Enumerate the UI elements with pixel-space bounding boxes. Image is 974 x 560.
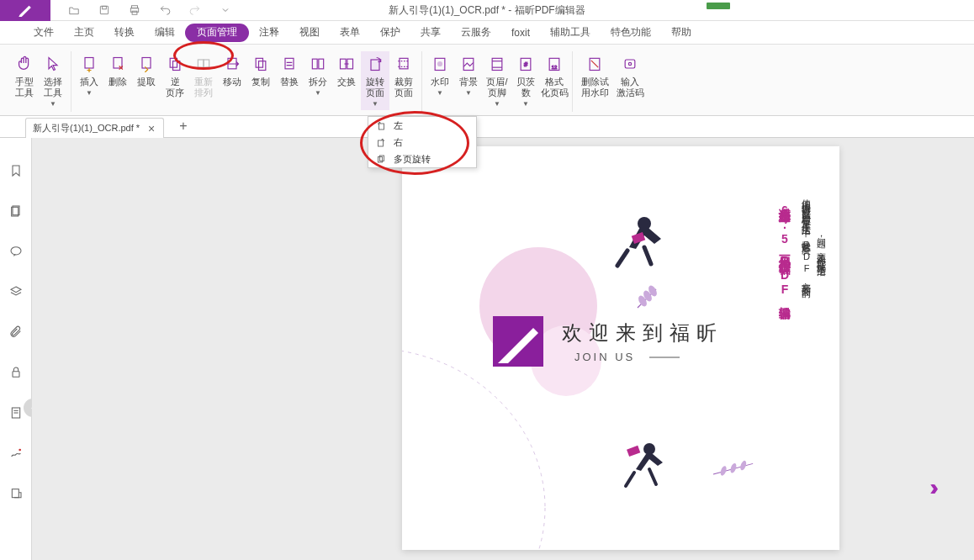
tool-watermark[interactable]: 水印▼ (426, 51, 454, 110)
layers-icon[interactable] (8, 284, 24, 299)
tool-background[interactable]: 背景▼ (454, 51, 483, 110)
svg-rect-16 (312, 59, 317, 69)
tool-remove-trial-wm[interactable]: 删除试用水印 (576, 51, 613, 110)
document-tab[interactable]: 新人引导(1)(1)_OCR.pdf * × (25, 118, 164, 138)
menu-help[interactable]: 帮助 (661, 21, 701, 45)
attachment-icon[interactable] (8, 325, 24, 340)
tool-dup[interactable]: 复制 (246, 51, 275, 110)
menu-page-management[interactable]: 页面管理 (185, 24, 249, 42)
svg-rect-38 (13, 372, 19, 378)
rotate-left-item[interactable]: 左 (368, 117, 476, 134)
menu-view[interactable]: 视图 (289, 21, 330, 45)
doc-desc-text-1: 使用编辑器可以帮助您在日常工作生活中，快速解决PDF文档方面的 (800, 192, 813, 283)
tool-insert[interactable]: 插入▼ (75, 51, 103, 110)
tool-format-pagenum[interactable]: 12格式化页码 (540, 51, 569, 110)
tool-rotate[interactable]: 旋转页面▼ (361, 51, 389, 110)
workspace: ‹ (0, 138, 974, 560)
svg-rect-8 (170, 58, 177, 67)
menu-cloud[interactable]: 云服务 (451, 21, 501, 45)
more-icon[interactable] (219, 3, 232, 17)
background-icon (459, 55, 478, 73)
app-logo[interactable] (0, 0, 50, 21)
svg-rect-62 (380, 156, 384, 161)
svg-rect-60 (378, 140, 384, 146)
menu-form[interactable]: 表单 (330, 21, 370, 45)
page-insert-icon (80, 55, 98, 73)
svg-rect-61 (378, 157, 383, 163)
menu-edit[interactable]: 编辑 (145, 21, 185, 45)
tool-bates[interactable]: #贝茨数▼ (511, 51, 540, 110)
open-icon[interactable] (67, 3, 81, 17)
comment-icon[interactable] (8, 244, 24, 259)
tool-reorder[interactable]: 重新排列 (189, 51, 218, 110)
document-canvas[interactable]: 欢迎来到福昕 JOIN US (32, 138, 974, 560)
signature-icon[interactable] (8, 446, 24, 461)
tool-activation-code[interactable]: 输入激活码 (613, 51, 647, 110)
chevron-down-icon: ▼ (465, 89, 472, 97)
undo-icon[interactable] (158, 3, 172, 17)
tool-replace[interactable]: 替换 (275, 51, 304, 110)
pdf-page: 欢迎来到福昕 JOIN US (402, 146, 839, 550)
menu-protect[interactable]: 保护 (370, 21, 410, 45)
chevron-down-icon: ▼ (50, 100, 56, 108)
tool-crop[interactable]: 裁剪页面 (389, 51, 418, 110)
tab-label: 新人引导(1)(1)_OCR.pdf * (33, 122, 140, 135)
menu-comment[interactable]: 注释 (249, 21, 289, 45)
pages-icon[interactable] (8, 203, 24, 219)
menu-convert[interactable]: 转换 (104, 21, 145, 45)
share-panel-icon[interactable] (8, 486, 24, 501)
svg-rect-33 (625, 60, 635, 68)
window-title: 新人引导(1)(1)_OCR.pdf * - 福昕PDF编辑器 (389, 3, 585, 18)
tool-reverse[interactable]: 逆页序 (161, 51, 189, 110)
reorder-icon (194, 55, 213, 73)
svg-point-44 (402, 348, 545, 550)
menu-share[interactable]: 共享 (410, 21, 451, 45)
menu-home[interactable]: 主页 (64, 21, 104, 45)
next-page-icon[interactable]: ›› (929, 474, 932, 501)
save-icon[interactable] (98, 3, 111, 17)
page-delete-icon (109, 55, 127, 73)
tool-delete[interactable]: 删除 (103, 51, 132, 110)
new-tab-button[interactable]: + (179, 119, 187, 134)
svg-rect-9 (173, 61, 180, 71)
svg-rect-17 (319, 59, 324, 69)
swap-icon (337, 55, 356, 73)
close-icon[interactable]: × (146, 124, 156, 134)
rotate-icon (366, 55, 384, 73)
rotate-dropdown: 左 右 多页旋转 (368, 116, 477, 168)
menu-foxit[interactable]: foxit (501, 21, 540, 45)
svg-rect-7 (142, 58, 151, 69)
svg-rect-6 (114, 58, 122, 69)
menu-special[interactable]: 特色功能 (601, 21, 661, 45)
tool-swap[interactable]: 交换 (332, 51, 361, 110)
tool-move[interactable]: 移动 (218, 51, 246, 110)
cursor-icon (44, 55, 62, 73)
replace-icon (280, 55, 299, 73)
side-panel (0, 138, 32, 560)
print-icon[interactable] (128, 3, 141, 17)
tool-split[interactable]: 拆分▼ (304, 51, 332, 110)
rotate-right-item[interactable]: 右 (368, 134, 476, 151)
svg-point-34 (628, 62, 631, 65)
tool-extract[interactable]: 提取 (132, 51, 161, 110)
svg-text:12: 12 (552, 65, 557, 70)
svg-rect-15 (285, 58, 294, 69)
tool-hand[interactable]: 手型工具 (10, 51, 39, 110)
svg-rect-47 (493, 316, 543, 367)
svg-rect-10 (198, 60, 204, 67)
menu-assist[interactable]: 辅助工具 (540, 21, 601, 45)
chevron-down-icon: ▼ (315, 89, 321, 97)
menu-file[interactable]: 文件 (24, 21, 64, 45)
duplicate-icon (251, 55, 270, 73)
svg-point-42 (19, 449, 21, 452)
hand-icon (15, 55, 34, 73)
redo-icon[interactable] (188, 3, 202, 17)
bookmark-icon[interactable] (8, 163, 24, 178)
form-icon[interactable] (8, 405, 24, 420)
tool-select[interactable]: 选择工具▼ (39, 51, 67, 110)
svg-rect-4 (132, 11, 137, 14)
rotate-multi-item[interactable]: 多页旋转 (368, 151, 476, 167)
svg-text:#: # (524, 61, 528, 68)
security-icon[interactable] (8, 365, 24, 380)
tool-header-footer[interactable]: 页眉/页脚▼ (483, 51, 511, 110)
